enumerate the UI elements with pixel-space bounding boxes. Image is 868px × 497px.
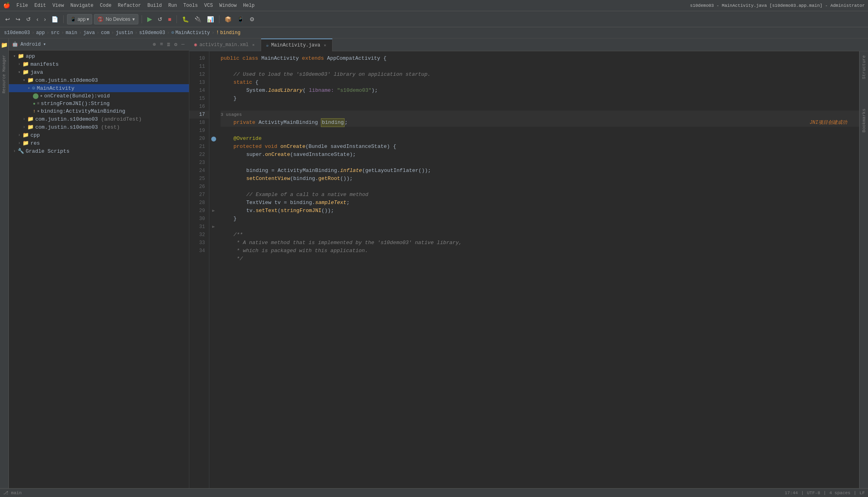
- line-col-indicator[interactable]: 17:44: [785, 491, 798, 495]
- menu-vcs[interactable]: VCS: [204, 3, 213, 8]
- crumb-mainactivity[interactable]: ⊙MainActivity: [171, 30, 210, 36]
- forward-button[interactable]: ›: [42, 14, 48, 24]
- code-line-23[interactable]: binding = ActivityMainBinding.inflate(ge…: [221, 167, 859, 175]
- avd-manager[interactable]: 📱: [235, 14, 246, 24]
- code-line-11[interactable]: [221, 63, 859, 71]
- tree-item-oncreate[interactable]: ● onCreate(Bundle):void: [9, 92, 189, 100]
- code-line-32[interactable]: * A native method that is implemented by…: [221, 239, 859, 247]
- crumb-s10demo03[interactable]: s10demo03: [139, 30, 165, 36]
- tree-item-stringfromjni[interactable]: ● ≡ stringFromJNI():String: [9, 100, 189, 107]
- menu-file[interactable]: File: [16, 3, 28, 8]
- tab-xml-close[interactable]: ✕: [251, 42, 256, 48]
- scope-icon[interactable]: ⊕: [152, 40, 157, 48]
- resource-manager-icon[interactable]: Resource Manager: [1, 53, 7, 95]
- code-line-22[interactable]: [221, 159, 859, 167]
- code-line-30[interactable]: [221, 223, 859, 231]
- tree-item-java[interactable]: ▾ 📁 java: [9, 68, 189, 76]
- structure-tab[interactable]: Structure: [861, 53, 867, 81]
- menu-window[interactable]: Window: [219, 3, 237, 8]
- crumb-binding[interactable]: !binding: [216, 30, 241, 36]
- sdk-manager[interactable]: 📦: [223, 14, 233, 24]
- indent-indicator[interactable]: 4 spaces: [829, 491, 850, 495]
- crumb-project[interactable]: s10demo03: [4, 30, 30, 36]
- tree-item-gradle[interactable]: › 🔧 Gradle Scripts: [9, 147, 189, 155]
- cpp-folder-icon: 📁: [22, 132, 29, 138]
- menu-navigate[interactable]: Navigate: [70, 3, 93, 8]
- menu-view[interactable]: View: [53, 3, 64, 8]
- code-line-10[interactable]: public class MainActivity extends AppCom…: [221, 55, 859, 63]
- gear-icon[interactable]: ⚙: [173, 40, 178, 48]
- code-content[interactable]: public class MainActivity extends AppCom…: [217, 51, 859, 497]
- crumb-app[interactable]: app: [36, 30, 45, 36]
- code-line-25[interactable]: [221, 183, 859, 191]
- tree-item-app[interactable]: ▾ 📁 app: [9, 52, 189, 60]
- code-line-31[interactable]: /**: [221, 231, 859, 239]
- android-dropdown[interactable]: ▾: [43, 41, 46, 47]
- code-line-12[interactable]: // Used to load the 's10demo03' library …: [221, 71, 859, 79]
- stop-button[interactable]: ■: [166, 14, 173, 24]
- code-line-14[interactable]: System.loadLibrary( libname: "s10demo03"…: [221, 87, 859, 95]
- tab-activity-xml[interactable]: ◉ activity_main.xml ✕: [189, 38, 261, 51]
- code-line-24[interactable]: setContentView(binding.getRoot());: [221, 175, 859, 183]
- crumb-main[interactable]: main: [66, 30, 77, 36]
- tree-item-res[interactable]: › 📁 res: [9, 139, 189, 147]
- redo-button[interactable]: ↪: [14, 14, 22, 24]
- undo-button[interactable]: ↩: [3, 14, 12, 24]
- tree-item-package-main[interactable]: ▾ 📁 com.justin.s10demo03: [9, 76, 189, 84]
- code-line-28[interactable]: tv.setText(stringFromJNI());: [221, 207, 859, 215]
- menu-refactor[interactable]: Refactor: [118, 3, 141, 8]
- encoding-indicator[interactable]: UTF-8: [807, 491, 820, 495]
- app-selector[interactable]: 📱 app ▾: [67, 14, 92, 24]
- run-button[interactable]: ▶: [145, 14, 154, 24]
- tab-mainactivity-java[interactable]: ☕ MainActivity.java ✕: [261, 38, 333, 51]
- menu-build[interactable]: Build: [147, 3, 162, 8]
- attach-debugger[interactable]: 🔌: [193, 14, 203, 24]
- code-line-15[interactable]: }: [221, 95, 859, 103]
- gutter-29: ⊳: [209, 207, 217, 215]
- tree-item-cpp[interactable]: › 📁 cpp: [9, 131, 189, 139]
- expand-icon[interactable]: ≣: [166, 40, 172, 48]
- code-line-29[interactable]: }: [221, 215, 859, 223]
- no-devices-button[interactable]: 📵 No Devices ▾: [94, 14, 138, 24]
- re-run-button[interactable]: ↺: [156, 14, 164, 24]
- open-recent-button[interactable]: 📄: [49, 14, 60, 24]
- tree-item-manifests[interactable]: › 📁 manifests: [9, 60, 189, 68]
- tab-java-close[interactable]: ✕: [322, 42, 327, 48]
- git-branch[interactable]: ⎇ main: [3, 490, 22, 495]
- code-line-26[interactable]: // Example of a call to a native method: [221, 191, 859, 199]
- crumb-src[interactable]: src: [51, 30, 60, 36]
- menu-tools[interactable]: Tools: [183, 3, 198, 8]
- code-line-19[interactable]: @Override: [221, 135, 859, 143]
- menu-run[interactable]: Run: [168, 3, 177, 8]
- code-line-27[interactable]: TextView tv = binding.sampleText;: [221, 199, 859, 207]
- settings-button[interactable]: ⚙: [247, 14, 257, 24]
- refresh-button[interactable]: ↺: [24, 14, 33, 24]
- code-line-17[interactable]: 3 usages: [221, 111, 859, 119]
- code-line-34[interactable]: */: [221, 255, 859, 263]
- back-button[interactable]: ‹: [34, 14, 41, 24]
- crumb-justin[interactable]: justin: [116, 30, 133, 36]
- debug-button[interactable]: 🐛: [180, 14, 191, 24]
- collapse-all-icon[interactable]: ≡: [159, 40, 164, 48]
- code-line-17b[interactable]: private ActivityMainBinding binding; JNI…: [221, 119, 859, 127]
- menu-edit[interactable]: Edit: [34, 3, 46, 8]
- code-line-16[interactable]: [221, 103, 859, 111]
- crumb-com[interactable]: com: [101, 30, 110, 36]
- tree-item-mainactivity[interactable]: ▾ ⊙ MainActivity: [9, 84, 189, 92]
- code-line-20[interactable]: protected void onCreate(Bundle savedInst…: [221, 143, 859, 151]
- code-line-33[interactable]: * which is packaged with this applicatio…: [221, 247, 859, 255]
- project-header-left: 🤖 Android ▾: [12, 41, 46, 47]
- project-icon[interactable]: 📁: [0, 40, 9, 50]
- tree-item-package-androidtest[interactable]: › 📁 com.justin.s10demo03 (androidTest): [9, 115, 189, 123]
- tree-item-binding[interactable]: ! ● binding:ActivityMainBinding: [9, 107, 189, 115]
- menu-code[interactable]: Code: [100, 3, 112, 8]
- code-line-21[interactable]: super.onCreate(savedInstanceState);: [221, 151, 859, 159]
- code-line-18[interactable]: [221, 127, 859, 135]
- bookmarks-tab[interactable]: Bookmarks: [861, 106, 867, 135]
- tree-item-package-test[interactable]: › 📁 com.justin.s10demo03 (test): [9, 123, 189, 131]
- profile-button[interactable]: 📊: [205, 14, 216, 24]
- crumb-java[interactable]: java: [83, 30, 95, 36]
- menu-help[interactable]: Help: [243, 3, 255, 8]
- code-line-13[interactable]: static {: [221, 79, 859, 87]
- minimize-icon[interactable]: —: [180, 40, 186, 48]
